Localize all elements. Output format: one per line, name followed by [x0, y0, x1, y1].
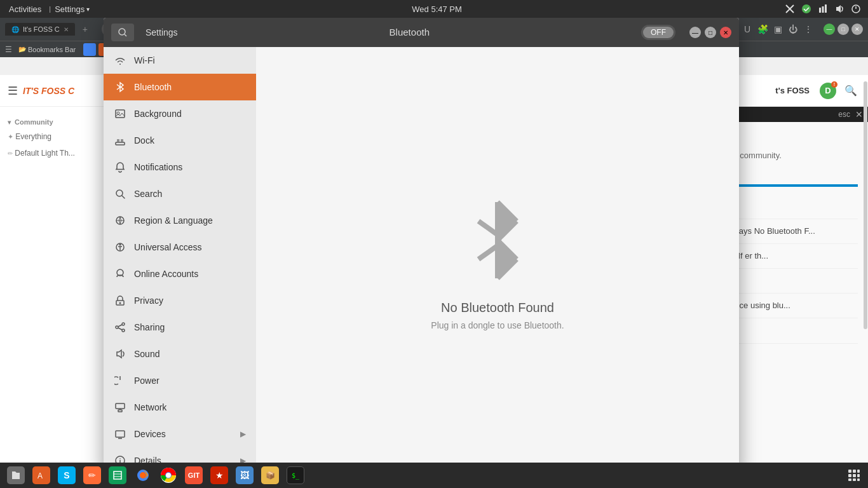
settings-search-button[interactable]	[111, 24, 134, 41]
browser-max-btn[interactable]: □	[837, 24, 849, 35]
dock-item-red2[interactable]: ★	[208, 464, 230, 486]
close-esc-button[interactable]: ✕	[855, 109, 863, 119]
settings-window: Settings Bluetooth OFF — □ ✕ Wi-Fi	[104, 18, 739, 475]
right-scrollbar[interactable]	[863, 75, 868, 488]
settings-label-region: Region & Language	[134, 215, 213, 226]
settings-section-title: Bluetooth	[390, 27, 430, 37]
settings-item-online[interactable]: Online Accounts	[104, 261, 256, 287]
settings-icon-network	[114, 401, 126, 414]
settings-label-search: Search	[134, 189, 162, 199]
settings-label-sound: Sound	[134, 349, 159, 359]
svg-rect-30	[116, 431, 125, 437]
settings-icon-privacy	[114, 294, 126, 307]
svg-line-14	[122, 196, 125, 198]
dock-item-red[interactable]: ✏	[81, 464, 103, 486]
settings-item-search[interactable]: Search	[104, 180, 256, 207]
settings-item-region[interactable]: Region & Language	[104, 207, 256, 234]
new-tab-button[interactable]: +	[78, 22, 93, 37]
apps-grid-button[interactable]	[845, 466, 863, 484]
scroll-thumb	[864, 81, 867, 329]
settings-close-btn[interactable]: ✕	[720, 27, 731, 38]
settings-item-network[interactable]: Network	[104, 394, 256, 421]
dock-item-firefox[interactable]	[132, 464, 154, 486]
settings-menu-button[interactable]: Settings ▾	[55, 4, 90, 14]
settings-icon-online	[114, 268, 126, 280]
settings-label-online: Online Accounts	[134, 269, 198, 279]
svg-rect-12	[121, 139, 123, 142]
user-avatar[interactable]: D !	[820, 83, 836, 99]
default-light-item[interactable]: ✏ Default Light Th...	[0, 145, 105, 161]
window-controls: — □ ✕	[689, 27, 731, 38]
extension-icon-power[interactable]: ⏻	[787, 23, 799, 36]
settings-item-bluetooth[interactable]: Bluetooth	[104, 74, 256, 100]
settings-item-devices[interactable]: Devices ▶	[104, 421, 256, 447]
bluetooth-icon	[450, 193, 545, 288]
settings-icon-devices	[114, 428, 126, 440]
svg-rect-45	[114, 471, 121, 479]
settings-maximize-btn[interactable]: □	[705, 27, 716, 38]
browser-menu-button[interactable]: ⋮	[802, 23, 815, 36]
tray-icon-sound[interactable]	[834, 3, 845, 15]
settings-minimize-btn[interactable]: —	[689, 27, 701, 38]
settings-item-dock[interactable]: Dock	[104, 127, 256, 154]
no-bluetooth-title: No Bluetooth Found	[441, 301, 554, 315]
svg-point-21	[122, 323, 125, 325]
dock-item-sheets[interactable]	[107, 464, 128, 486]
settings-titlebar: Settings Bluetooth OFF — □ ✕	[104, 18, 739, 47]
svg-rect-57	[848, 474, 851, 477]
search-icon-right[interactable]: 🔍	[844, 84, 858, 98]
browser-tab[interactable]: 🌐 It's FOSS C ✕	[5, 23, 75, 36]
dock-item-skype[interactable]: S	[56, 464, 78, 486]
browser-close-btn[interactable]: ✕	[851, 24, 863, 35]
settings-icon-region	[114, 214, 126, 227]
dock-item-files[interactable]	[5, 464, 27, 486]
svg-rect-59	[857, 474, 860, 477]
bookmark-bookmarks-bar[interactable]: 📂 Bookmarks Bar	[15, 44, 79, 55]
bluetooth-toggle[interactable]: OFF	[641, 25, 675, 40]
taskbar-bottom: A S ✏	[0, 463, 868, 488]
browser-min-btn[interactable]: —	[824, 24, 835, 35]
esc-label: esc	[838, 110, 850, 119]
settings-label-power: Power	[134, 376, 159, 386]
settings-icon-notifications	[114, 161, 126, 173]
settings-label-sharing: Sharing	[134, 322, 165, 332]
settings-item-power[interactable]: Power	[104, 367, 256, 394]
settings-icon-search	[114, 187, 126, 200]
community-section: ▾ Community	[0, 113, 105, 128]
tray-icon-x[interactable]	[784, 3, 796, 15]
bookmark-blue-icon[interactable]	[83, 43, 96, 56]
tray-icon-network[interactable]	[817, 3, 829, 15]
forum-nav: ▾ Community ✦ Everything ✏ Default Light…	[0, 107, 105, 168]
dock-item-terminal[interactable]: $_	[285, 464, 306, 486]
settings-item-sharing[interactable]: Sharing	[104, 314, 256, 341]
tray-icon-check[interactable]	[801, 3, 812, 15]
settings-item-background[interactable]: Background	[104, 100, 256, 127]
dock-item-imgviewer[interactable]: 🖼	[234, 464, 255, 486]
tray-icon-power[interactable]	[850, 3, 862, 15]
svg-point-5	[119, 29, 125, 35]
dock-item-appstore[interactable]: A	[31, 464, 52, 486]
settings-item-notifications[interactable]: Notifications	[104, 154, 256, 180]
community-label: Community	[15, 118, 53, 126]
dock-item-chrome[interactable]	[158, 464, 179, 486]
settings-item-privacy[interactable]: Privacy	[104, 287, 256, 314]
svg-rect-11	[117, 139, 119, 142]
settings-icon-sharing	[114, 321, 126, 334]
settings-item-sound[interactable]: Sound	[104, 341, 256, 367]
svg-point-18	[119, 244, 121, 246]
svg-text:A: A	[37, 471, 43, 480]
svg-rect-54	[848, 470, 851, 473]
settings-body: Wi-Fi Bluetooth Background Dock Noti	[104, 47, 739, 475]
dock-item-archive[interactable]: 📦	[259, 464, 281, 486]
settings-item-wifi[interactable]: Wi-Fi	[104, 47, 256, 74]
svg-rect-55	[853, 470, 856, 473]
settings-item-universal[interactable]: Universal Access	[104, 234, 256, 261]
dock-item-git[interactable]: GIT	[183, 464, 205, 486]
activities-button[interactable]: Activities	[5, 4, 45, 14]
settings-label-dock: Dock	[134, 135, 154, 146]
extension-icon-puzzle[interactable]: 🧩	[756, 23, 769, 36]
svg-rect-27	[118, 410, 122, 412]
extension-icon-sidebar[interactable]: ▣	[771, 23, 784, 36]
extension-icon-u[interactable]: U	[741, 23, 754, 36]
everything-item[interactable]: ✦ Everything	[0, 128, 105, 145]
